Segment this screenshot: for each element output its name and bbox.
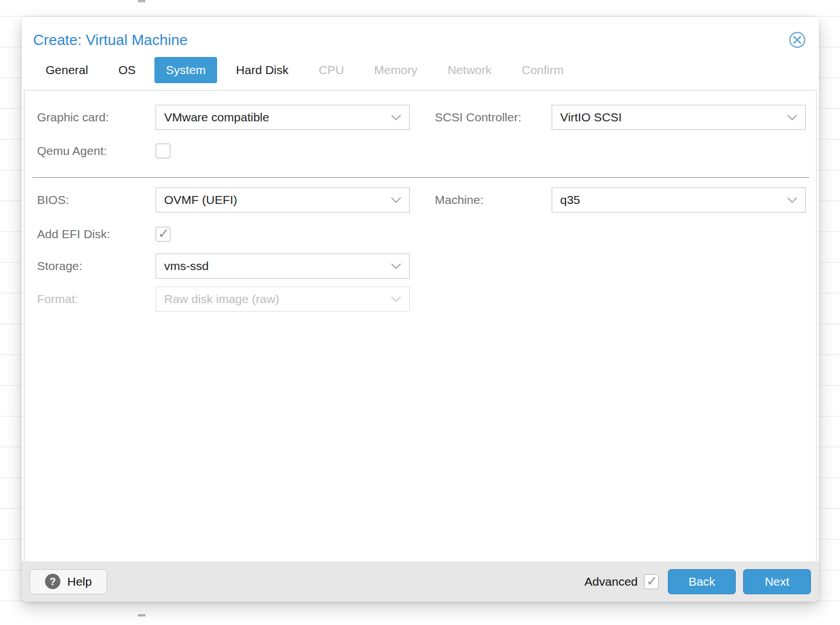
chevron-down-icon — [391, 296, 401, 303]
tab-os[interactable]: OS — [107, 57, 147, 83]
close-icon — [788, 31, 806, 49]
section-divider — [32, 177, 809, 178]
bios-label: BIOS: — [37, 193, 156, 207]
tab-general[interactable]: General — [34, 57, 100, 83]
advanced-label: Advanced — [585, 575, 638, 589]
storage-value: vms-ssd — [164, 259, 209, 273]
bios-value: OVMF (UEFI) — [164, 193, 237, 207]
machine-select[interactable]: q35 — [552, 187, 806, 213]
close-button[interactable] — [788, 31, 806, 49]
storage-select[interactable]: vms-ssd — [156, 254, 410, 279]
format-value: Raw disk image (raw) — [164, 292, 279, 306]
advanced-checkbox[interactable] — [644, 574, 659, 589]
tab-hard-disk[interactable]: Hard Disk — [225, 57, 300, 83]
back-button[interactable]: Back — [668, 569, 736, 594]
tab-network: Network — [436, 57, 503, 83]
form-panel: Graphic card: VMware compatible SCSI Con… — [24, 90, 817, 562]
machine-label: Machine: — [435, 193, 552, 207]
dialog-title: Create: Virtual Machine — [33, 31, 187, 49]
add-efi-disk-label: Add EFI Disk: — [37, 227, 156, 241]
help-button-label: Help — [67, 575, 92, 589]
dialog-header: Create: Virtual Machine — [22, 17, 819, 55]
graphic-card-value: VMware compatible — [164, 111, 269, 124]
tab-system[interactable]: System — [154, 57, 217, 83]
background-artifact — [138, 0, 145, 2]
scsi-controller-select[interactable]: VirtIO SCSI — [552, 105, 806, 130]
scsi-controller-value: VirtIO SCSI — [560, 111, 622, 124]
tab-cpu: CPU — [307, 57, 355, 83]
chevron-down-icon — [391, 197, 401, 203]
tab-memory: Memory — [363, 57, 429, 83]
add-efi-disk-checkbox[interactable] — [156, 227, 170, 242]
help-icon: ? — [45, 574, 60, 589]
chevron-down-icon — [787, 115, 797, 121]
chevron-down-icon — [391, 263, 401, 269]
scsi-controller-label: SCSI Controller: — [435, 111, 552, 124]
storage-label: Storage: — [37, 259, 156, 273]
tab-bar: General OS System Hard Disk CPU Memory N… — [22, 55, 819, 90]
help-button[interactable]: ? Help — [30, 569, 107, 594]
machine-value: q35 — [560, 193, 580, 207]
bios-select[interactable]: OVMF (UEFI) — [156, 187, 410, 213]
graphic-card-select[interactable]: VMware compatible — [156, 105, 410, 130]
chevron-down-icon — [391, 115, 401, 121]
qemu-agent-label: Qemu Agent: — [37, 144, 156, 158]
chevron-down-icon — [787, 197, 797, 203]
tab-confirm: Confirm — [510, 57, 575, 83]
format-label: Format: — [37, 292, 156, 306]
next-button[interactable]: Next — [743, 569, 811, 594]
background-artifact — [138, 614, 145, 616]
dialog-footer: ? Help Advanced Back Next — [22, 561, 819, 602]
advanced-group: Advanced — [585, 574, 659, 589]
create-vm-dialog: Create: Virtual Machine General OS Syste… — [22, 17, 819, 602]
qemu-agent-checkbox[interactable] — [156, 144, 170, 158]
graphic-card-label: Graphic card: — [37, 111, 156, 124]
format-select: Raw disk image (raw) — [156, 287, 410, 312]
